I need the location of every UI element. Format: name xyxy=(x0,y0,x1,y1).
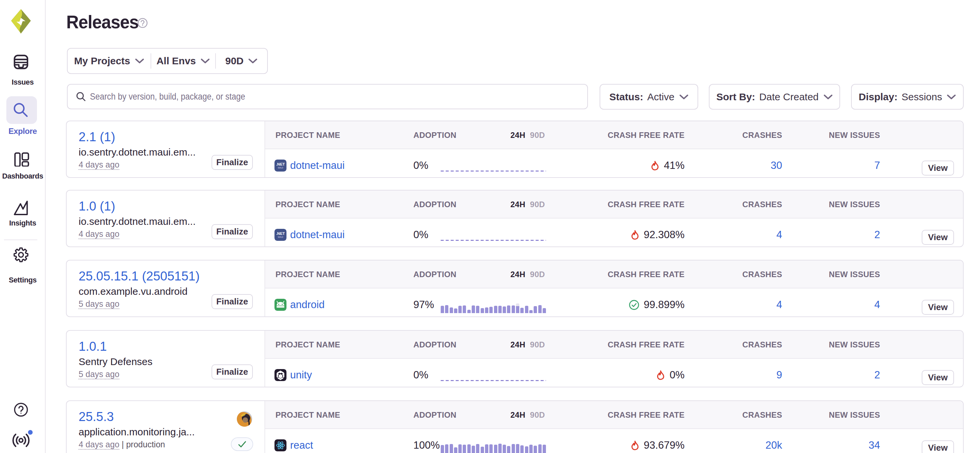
svg-text:.NET: .NET xyxy=(276,162,285,166)
svg-text:MAUI: MAUI xyxy=(278,236,283,238)
svg-text:MAUI: MAUI xyxy=(278,167,283,169)
svg-text:.NET: .NET xyxy=(276,232,285,235)
